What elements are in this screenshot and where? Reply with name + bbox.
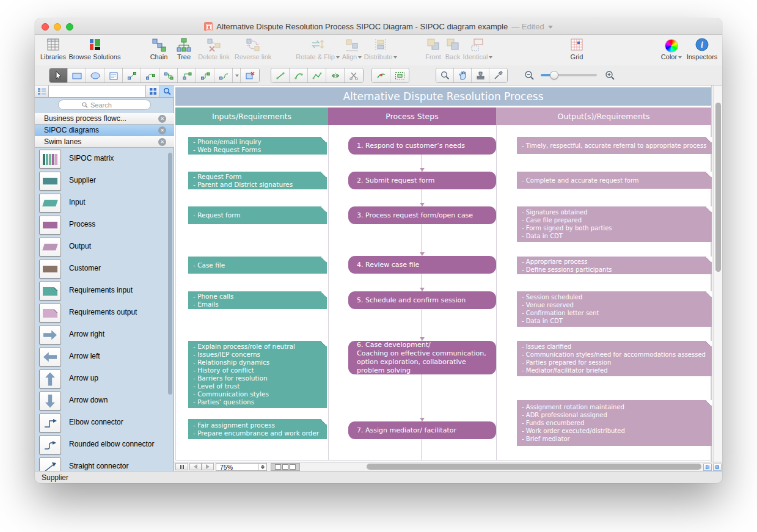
process-step-box[interactable]: 6. Case development/ Coaching on effecti… (348, 341, 496, 374)
output-box[interactable]: - Session scheduled - Venue reserved - C… (517, 291, 712, 327)
library-tab-business-process[interactable]: Business process flowc... (35, 113, 174, 125)
shape-item-rounded-elbow-connector[interactable]: Rounded elbow connector (35, 434, 174, 456)
text-tool[interactable] (104, 68, 123, 82)
grid-view-button[interactable] (146, 86, 160, 97)
polyline-tool[interactable] (308, 68, 326, 82)
lane-header-outputs[interactable]: Output(s)/Requirements (496, 107, 711, 125)
shape-item-requirements-output[interactable]: Requirements output (35, 302, 174, 324)
eyedropper-tool[interactable] (489, 68, 507, 82)
chain-button[interactable]: Chain (145, 37, 173, 60)
tree-view-button[interactable] (35, 86, 49, 97)
input-box[interactable]: - Fair assignment process - Prepare encu… (188, 419, 327, 439)
process-step-box[interactable]: 7. Assign mediator/ facilitator (348, 421, 496, 439)
process-step-box[interactable]: 1. Respond to customer’s needs (348, 137, 496, 155)
ellipse-tool[interactable] (86, 68, 104, 82)
input-box[interactable]: - Phone calls - Emails (188, 291, 327, 309)
close-icon[interactable] (158, 126, 166, 134)
zoom-slider[interactable] (541, 74, 597, 76)
shape-item-arrow-down[interactable]: Arrow down (35, 390, 174, 412)
search-input[interactable] (90, 101, 127, 109)
fit-page-button[interactable] (703, 464, 712, 471)
shape-item-sipoc-matrix[interactable]: SIPOC matrix (35, 148, 174, 170)
grid-button[interactable]: Grid (565, 37, 589, 60)
step-connector-tool[interactable] (196, 68, 214, 82)
library-tab-sipoc-diagrams[interactable]: SIPOC diagrams (35, 125, 174, 136)
shape-item-requirements-input[interactable]: Requirements input (35, 280, 174, 302)
arc-connector-tool[interactable] (141, 68, 159, 82)
search-field[interactable] (58, 100, 151, 110)
cut-tool[interactable] (345, 68, 363, 82)
arc-tool[interactable] (290, 68, 308, 82)
shape-item-elbow-connector[interactable]: Elbow connector (35, 412, 174, 434)
zoom-level-combo[interactable]: 75% (216, 463, 267, 471)
edit-group-tool[interactable] (390, 68, 409, 82)
shape-item-arrow-up[interactable]: Arrow up (35, 368, 174, 390)
zoom-slider-thumb[interactable] (550, 71, 558, 79)
direct-connector-tool[interactable] (123, 68, 141, 82)
input-box[interactable]: - Request Form - Parent and District sig… (188, 172, 327, 189)
zoom-out-button[interactable] (522, 69, 536, 81)
zoom-in-button[interactable] (603, 69, 616, 81)
horizontal-scrollbar-thumb[interactable] (367, 464, 701, 470)
tree-button[interactable]: Tree (170, 37, 197, 60)
shape-item-customer[interactable]: Customer (35, 258, 174, 280)
previous-page-button[interactable] (189, 463, 202, 470)
library-tab-swim-lanes[interactable]: Swim lanes (35, 136, 174, 148)
actual-size-button[interactable] (713, 464, 722, 471)
rounded-connector-tool[interactable] (214, 68, 233, 82)
title-menu-caret-icon[interactable] (548, 26, 553, 29)
output-box[interactable]: - Issues clarified - Communication style… (517, 341, 712, 376)
process-step-box[interactable]: 2. Submit request form (348, 172, 496, 189)
pause-layout-button[interactable] (175, 463, 188, 470)
input-box[interactable]: - Explain process/role of neutral - Issu… (188, 341, 327, 408)
process-step-box[interactable]: 3. Process request form/open case (348, 206, 496, 224)
select-tool[interactable] (49, 68, 68, 82)
tree-connector-tool[interactable] (159, 68, 178, 82)
inspectors-button[interactable]: i Inspectors (683, 37, 721, 60)
lane-header-inputs[interactable]: Inputs/Requirements (175, 107, 328, 125)
output-box[interactable]: - Complete and accurate request form (517, 172, 712, 189)
pan-tool[interactable] (454, 68, 472, 82)
insert-node-tool[interactable] (326, 68, 345, 82)
process-step-box[interactable]: 5. Schedule and confirm session (348, 291, 496, 309)
shape-item-supplier[interactable]: Supplier (35, 170, 174, 192)
sidebar-scrollbar[interactable] (168, 153, 172, 395)
shape-item-process[interactable]: Process (35, 214, 174, 236)
rectangle-tool[interactable] (68, 68, 86, 82)
page-view-toggle[interactable] (271, 463, 300, 471)
zoom-stepper[interactable] (258, 464, 266, 470)
input-box[interactable]: - Case file (188, 257, 327, 274)
next-page-button[interactable] (202, 463, 214, 470)
polyline-icon (312, 71, 322, 80)
output-box[interactable]: - Timely, respectful, accurate referral … (517, 137, 712, 154)
shape-item-arrow-left[interactable]: Arrow left (35, 346, 174, 368)
elbow-connector-tool[interactable] (178, 68, 196, 82)
lane-header-process-steps[interactable]: Process Steps (328, 107, 496, 125)
input-box[interactable]: - Phone/email inquiry - Web Request Form… (188, 137, 327, 155)
output-box[interactable]: - Signatures obtained - Case file prepar… (517, 206, 712, 242)
connector-dropdown[interactable] (233, 68, 241, 82)
libraries-button[interactable]: Libraries (37, 37, 69, 60)
shape-item-arrow-right[interactable]: Arrow right (35, 324, 174, 346)
library-search-button[interactable] (160, 86, 174, 97)
delete-shape-tool[interactable] (241, 68, 259, 82)
format-painter-tool[interactable] (472, 68, 489, 82)
input-box[interactable]: - Request form (188, 206, 327, 224)
shape-item-output[interactable]: Output (35, 236, 174, 258)
library-name-input[interactable] (49, 86, 146, 97)
output-box[interactable]: - Assignment rotation maintained - ADR p… (517, 400, 712, 446)
zoom-tool[interactable] (436, 68, 454, 82)
color-button[interactable]: Color (659, 37, 684, 60)
close-icon[interactable] (158, 115, 166, 123)
line-tool[interactable] (271, 68, 290, 82)
output-box[interactable]: - Appropriare process - Define sessions … (517, 257, 712, 274)
vertical-scrollbar[interactable] (713, 86, 722, 462)
diagram-title[interactable]: Alternative Dispute Resolution Process (175, 87, 711, 106)
browse-solutions-button[interactable]: Browse Solutions (65, 37, 124, 60)
shape-item-input[interactable]: Input (35, 192, 174, 214)
reshape-tool[interactable] (372, 68, 390, 82)
close-icon[interactable] (158, 138, 166, 146)
vertical-scrollbar-thumb[interactable] (715, 103, 721, 272)
process-step-box[interactable]: 4. Review case file (348, 256, 496, 274)
shape-item-straight-connector[interactable]: Straight connector (35, 456, 174, 471)
